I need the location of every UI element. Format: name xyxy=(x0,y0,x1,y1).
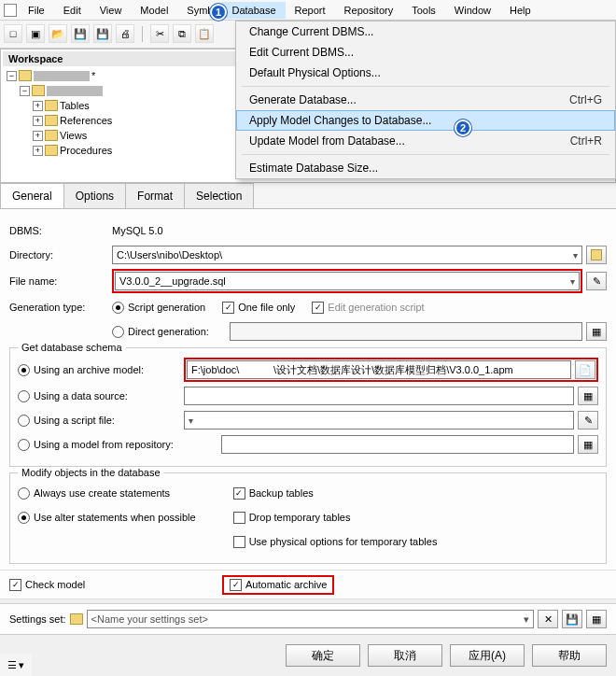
settings-more-button[interactable]: ▦ xyxy=(586,610,607,628)
menu-tools[interactable]: Tools xyxy=(402,2,445,19)
masked-node xyxy=(47,86,103,96)
directory-browse-button[interactable] xyxy=(586,246,607,264)
settings-label: Settings set: xyxy=(9,613,66,625)
toolbar-saveall-icon[interactable]: 💾 xyxy=(93,24,112,43)
database-menu-dropdown: Change Current DBMS... Edit Current DBMS… xyxy=(235,21,616,179)
archive-browse-button[interactable]: 📄 xyxy=(575,360,595,379)
menu-model[interactable]: Model xyxy=(131,2,177,19)
menu-database[interactable]: Database xyxy=(222,2,285,19)
radio-always-create[interactable] xyxy=(18,487,30,500)
toolbar-cut-icon[interactable]: ✂ xyxy=(150,24,169,43)
check-backup[interactable] xyxy=(233,487,245,500)
filename-input[interactable]: V3.0.0_2__upgrade.sql xyxy=(115,272,580,290)
settings-save-button[interactable]: 💾 xyxy=(562,610,582,628)
expander-icon[interactable]: + xyxy=(33,146,43,156)
tab-format[interactable]: Format xyxy=(125,183,185,208)
group-modify: Always use create statements Use alter s… xyxy=(9,472,607,564)
repo-model-input[interactable] xyxy=(221,435,574,454)
check-one-file[interactable] xyxy=(222,302,234,314)
tree-node-tables[interactable]: Tables xyxy=(60,100,90,111)
data-source-input[interactable] xyxy=(184,387,574,405)
archive-path-input[interactable]: F:\job\doc\ \设计文档\数据库设计\数据库模型归档\V3.0.0_1… xyxy=(187,360,571,379)
menu-default-phys[interactable]: Default Physical Options... xyxy=(236,63,615,83)
menu-generate-db[interactable]: Generate Database...Ctrl+G xyxy=(236,90,615,110)
dialog-buttons: 确定 取消 应用(A) 帮助 xyxy=(0,634,616,676)
menu-apply-changes[interactable]: Apply Model Changes to Database... xyxy=(236,110,615,131)
expander-icon[interactable]: + xyxy=(33,101,43,111)
expander-icon[interactable]: + xyxy=(33,131,43,141)
script-file-button[interactable]: ✎ xyxy=(578,411,598,430)
settings-folder-icon[interactable] xyxy=(70,613,83,625)
align-icon[interactable]: ☰ xyxy=(7,659,17,671)
tree-node-procedures[interactable]: Procedures xyxy=(60,145,112,156)
menu-edit[interactable]: Edit xyxy=(54,2,91,19)
menu-help[interactable]: Help xyxy=(500,2,540,19)
callout-1: 1 xyxy=(210,4,227,21)
dialog-tabs: General Options Format Selection xyxy=(0,183,616,209)
toolbar-paste-icon[interactable]: 📋 xyxy=(195,24,214,43)
check-auto-archive[interactable] xyxy=(230,579,242,591)
toolbar-copy-icon[interactable]: ⧉ xyxy=(173,24,191,43)
settings-combo[interactable]: <Name your settings set> xyxy=(87,610,534,628)
toolbar-open-icon[interactable]: 📂 xyxy=(49,24,67,43)
radio-archive-model[interactable] xyxy=(18,364,30,376)
apply-button[interactable]: 应用(A) xyxy=(450,644,525,667)
tree-node-views[interactable]: Views xyxy=(60,130,87,141)
cancel-button[interactable]: 取消 xyxy=(368,644,442,667)
folder-icon xyxy=(45,115,58,126)
filename-label: File name: xyxy=(9,275,112,287)
tree-node-references[interactable]: References xyxy=(60,115,112,126)
bottom-left-toolbar: ☰ ▾ xyxy=(0,654,32,676)
help-button[interactable]: 帮助 xyxy=(532,644,607,667)
script-file-input[interactable] xyxy=(184,411,574,430)
app-icon xyxy=(4,4,17,17)
expander-icon[interactable]: − xyxy=(7,71,17,81)
expander-icon[interactable]: − xyxy=(20,86,30,96)
radio-data-source[interactable] xyxy=(18,390,30,402)
folder-icon xyxy=(45,130,58,141)
tab-options[interactable]: Options xyxy=(63,183,126,208)
ok-button[interactable]: 确定 xyxy=(286,644,360,667)
group-schema: Using an archive model: F:\job\doc\ \设计文… xyxy=(9,347,607,467)
directory-input[interactable]: C:\Users\nibo\Desktop\ xyxy=(112,246,582,264)
expander-icon[interactable]: + xyxy=(33,116,43,126)
repo-model-button[interactable]: ▦ xyxy=(578,435,598,454)
radio-script-generation[interactable] xyxy=(112,302,124,314)
check-physical-temp[interactable] xyxy=(233,536,245,548)
data-source-button[interactable]: ▦ xyxy=(578,387,598,405)
toolbar-print-icon[interactable]: 🖨 xyxy=(116,24,134,43)
menu-estimate-size[interactable]: Estimate Database Size... xyxy=(236,158,615,178)
radio-use-alter[interactable] xyxy=(18,512,30,524)
tab-general[interactable]: General xyxy=(0,183,64,208)
menu-repository[interactable]: Repository xyxy=(335,2,403,19)
folder-icon xyxy=(591,249,602,261)
menu-view[interactable]: View xyxy=(91,2,132,19)
settings-bar: Settings set: <Name your settings set> ✕… xyxy=(0,603,616,634)
toolbar-btn-2[interactable]: ▣ xyxy=(26,24,45,43)
menu-update-model[interactable]: Update Model from Database...Ctrl+R xyxy=(236,131,615,151)
radio-direct-generation[interactable] xyxy=(112,326,124,338)
folder-icon xyxy=(45,145,58,156)
toolbar-save-icon[interactable]: 💾 xyxy=(71,24,90,43)
toolbar-btn-1[interactable]: □ xyxy=(4,24,22,43)
check-model[interactable] xyxy=(9,579,21,591)
direct-gen-input xyxy=(230,322,582,341)
menu-window[interactable]: Window xyxy=(445,2,500,19)
menu-change-dbms[interactable]: Change Current DBMS... xyxy=(236,21,615,42)
check-drop-temp[interactable] xyxy=(233,512,245,524)
tab-selection[interactable]: Selection xyxy=(184,183,254,208)
radio-repo-model[interactable] xyxy=(18,439,30,451)
dbms-value: MySQL 5.0 xyxy=(112,225,163,236)
direct-gen-button[interactable]: ▦ xyxy=(586,322,607,341)
dropdown-arrow-icon[interactable]: ▾ xyxy=(19,659,24,671)
menu-report[interactable]: Report xyxy=(286,2,335,19)
folder-icon xyxy=(32,85,45,96)
radio-script-file[interactable] xyxy=(18,415,30,427)
menubar: File Edit View Model Symb Database Repor… xyxy=(0,0,616,21)
settings-delete-button[interactable]: ✕ xyxy=(538,610,558,628)
folder-icon xyxy=(19,70,32,81)
menu-edit-dbms[interactable]: Edit Current DBMS... xyxy=(236,42,615,63)
gentype-label: Generation type: xyxy=(9,302,112,313)
menu-file[interactable]: File xyxy=(19,2,54,19)
filename-edit-button[interactable]: ✎ xyxy=(586,272,607,290)
